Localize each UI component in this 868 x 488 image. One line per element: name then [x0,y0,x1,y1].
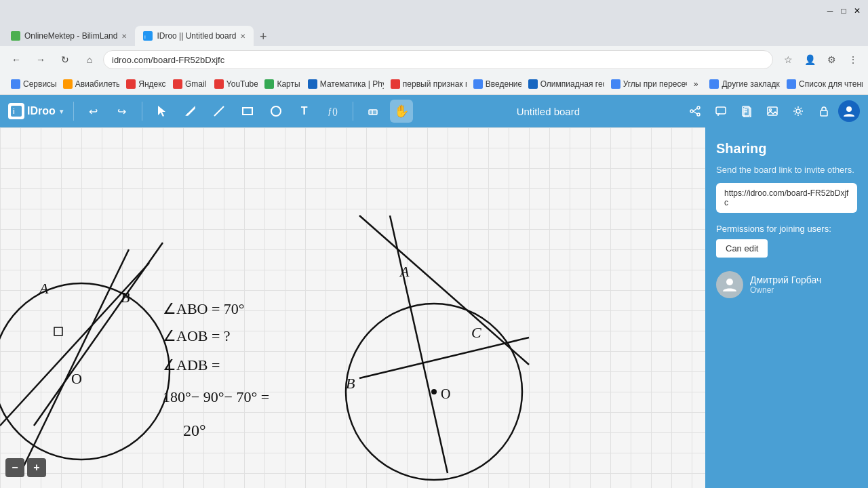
undo-btn[interactable]: ↩ [82,100,105,123]
bookmark-icon-vvedenie [473,79,483,89]
address-text: idroo.com/board-FR52bDxjfc [112,55,224,65]
new-tab-btn[interactable]: + [254,27,273,46]
share-btn[interactable] [684,100,707,123]
tab-bilimland[interactable]: OnlineMektep - BilimLand ✕ [3,26,135,46]
bookmark-vvedenie[interactable]: Введение [468,78,521,90]
bookmark-icon-youtube [214,79,224,89]
svg-text:∠ABO = 70°: ∠ABO = 70° [163,300,245,317]
address-bar[interactable]: idroo.com/board-FR52bDxjfc [103,50,773,69]
bookmark-star-btn[interactable]: ☆ [778,50,797,69]
text-tool-btn[interactable]: T [293,100,316,123]
bookmark-yandex[interactable]: Яндекс [121,78,166,90]
canvas-area[interactable]: O A B ∠ABO = 70° ∠AOB = ? ∠ADB = 180°− 9… [0,127,705,488]
user-role: Owner [750,285,821,295]
logo-dropdown-icon[interactable]: ▼ [58,108,65,115]
eraser-tool-btn[interactable] [361,100,384,123]
svg-point-11 [697,113,700,116]
files-btn[interactable] [735,100,758,123]
user-avatar-toolbar[interactable] [838,100,860,122]
svg-rect-15 [716,107,726,114]
browser-nav-icons: ☆ 👤 ⚙ ⋮ [778,50,863,69]
select-tool-btn[interactable] [151,100,174,123]
bookmark-label-services: Сервисы [23,79,56,89]
line-tool-btn[interactable] [208,100,231,123]
bookmark-icon-angles [611,79,620,89]
chat-btn[interactable] [709,100,732,123]
back-btn[interactable]: ← [5,49,27,70]
svg-text:A: A [399,263,410,280]
user-name: Дмитрий Горбач [750,274,821,285]
bookmark-label-maps: Карты [277,79,300,89]
bookmark-label-gmail: Gmail [185,79,206,89]
permissions-btn[interactable]: Can edit [716,239,768,258]
svg-line-41 [390,216,448,473]
svg-line-29 [34,243,163,426]
redo-btn[interactable]: ↪ [111,100,134,123]
pen-tool-btn[interactable] [179,100,202,123]
bookmark-angles[interactable]: Углы при пересече... [606,78,687,90]
bookmark-label-math: Математика | Physi... [320,79,384,89]
svg-text:B: B [346,375,355,392]
svg-point-7 [271,106,281,116]
app-logo[interactable]: i IDroo ▼ [8,103,65,119]
sharing-panel-title: Sharing [716,141,857,157]
bookmark-avia[interactable]: Авиабилеты [58,78,119,90]
bookmark-other[interactable]: Другие закладки [704,78,780,90]
bookmark-math[interactable]: Математика | Physi... [302,78,384,90]
circle-tool-btn[interactable] [264,100,288,123]
main-content: O A B ∠ABO = 70° ∠AOB = ? ∠ADB = 180°− 9… [0,127,868,488]
svg-point-25 [0,283,170,460]
extensions-btn[interactable]: ⚙ [822,50,841,69]
svg-rect-17 [744,108,751,117]
tab-close-bilimland[interactable]: ✕ [121,33,127,40]
svg-line-5 [214,106,224,116]
menu-btn[interactable]: ⋮ [844,50,863,69]
bookmark-label-more: » [694,79,698,89]
svg-text:∠ADB =: ∠ADB = [163,357,220,373]
minimize-btn[interactable]: ─ [825,5,835,16]
bookmark-label-other: Другие закладки [722,79,780,89]
svg-text:O: O [441,386,450,401]
zoom-minus-btn[interactable]: − [5,458,24,477]
zoom-plus-btn[interactable]: + [27,458,46,477]
svg-line-13 [693,108,697,111]
app-toolbar: i IDroo ▼ ↩ ↪ T ƒ() ✋ Untitled board [0,95,868,127]
sharing-url-box[interactable]: https://idroo.com/board-FR52bDxjfc [716,183,857,213]
svg-rect-20 [768,107,777,115]
bookmark-icon-services [11,79,20,89]
bookmark-more[interactable]: » [688,78,703,90]
bookmark-youtube[interactable]: YouTube [209,78,258,90]
svg-point-22 [796,109,800,113]
bookmark-gmail[interactable]: Gmail [167,78,208,90]
bookmark-olympiad[interactable]: Олимпиадная гео... [523,78,604,90]
svg-rect-23 [821,110,827,116]
bookmark-reading[interactable]: Список для чтения [781,78,863,90]
toolbar-separator-1 [73,102,74,121]
bookmark-pervyi[interactable]: первый признак п... [385,78,467,90]
lock-btn[interactable] [812,100,835,123]
hand-tool-btn[interactable]: ✋ [390,100,413,123]
bookmark-services[interactable]: Сервисы [5,78,56,90]
bookmark-icon-maps [264,79,274,89]
close-btn[interactable]: ✕ [852,5,863,16]
window-controls[interactable]: ─ □ ✕ [825,5,863,16]
formula-tool-btn[interactable]: ƒ() [321,100,344,123]
home-btn[interactable]: ⌂ [79,49,100,70]
refresh-btn[interactable]: ↻ [54,49,76,70]
svg-marker-3 [158,106,165,117]
bookmark-label-olympiad: Олимпиадная гео... [540,79,604,89]
profile-btn[interactable]: 👤 [800,50,819,69]
maximize-btn[interactable]: □ [838,5,849,16]
bookmark-label-reading: Список для чтения [799,79,863,89]
rect-tool-btn[interactable] [236,100,259,123]
image-btn[interactable] [761,100,784,123]
drawing-canvas: O A B ∠ABO = 70° ∠AOB = ? ∠ADB = 180°− 9… [0,127,705,488]
bookmark-maps[interactable]: Карты [259,78,300,90]
bookmark-icon-olympiad [528,79,538,89]
tab-idroo[interactable]: i IDroo || Untitled board ✕ [135,26,254,46]
tab-close-idroo[interactable]: ✕ [240,33,245,40]
board-title: Untitled board [418,106,678,117]
toolbar-right [684,100,860,123]
forward-btn[interactable]: → [30,49,52,70]
settings-btn[interactable] [787,100,810,123]
